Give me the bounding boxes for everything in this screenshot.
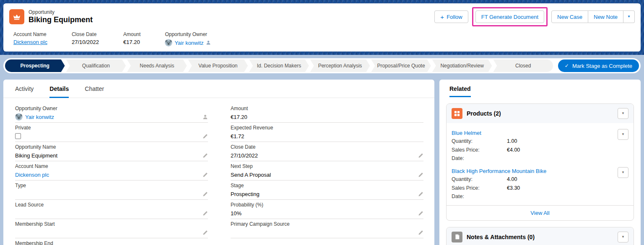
path-stage[interactable]: Prospecting — [5, 59, 65, 72]
path-stage[interactable]: Negotiation/Review — [432, 59, 492, 72]
chevron-down-icon: ▼ — [621, 133, 625, 136]
edit-icon[interactable] — [203, 230, 208, 235]
field-private: Private — [15, 125, 208, 142]
action-button-group: New Case New Note ▼ — [551, 10, 635, 23]
owner-link[interactable]: Yair konwitz — [174, 40, 203, 46]
related-panel: Related Products (2) ▼ Blue Helmet Quant… — [439, 80, 641, 245]
edit-icon[interactable] — [203, 172, 208, 178]
entity-label: Opportunity — [29, 9, 93, 15]
field-lead-source: Lead Source — [15, 202, 208, 219]
field-type: Type — [15, 183, 208, 200]
path-stage[interactable]: Qualification — [66, 59, 126, 72]
product-link[interactable]: Black High Performance Mountain Bike — [452, 168, 546, 174]
field-membership-end: Membership End — [15, 240, 208, 245]
follow-button[interactable]: + Follow — [434, 10, 468, 23]
private-checkbox[interactable] — [15, 133, 21, 139]
header-actions: + Follow FT Generate Document New Case N… — [434, 7, 635, 26]
more-actions-button[interactable]: ▼ — [623, 10, 635, 23]
products-card-title: Products (2) — [467, 110, 501, 117]
edit-icon[interactable] — [418, 230, 423, 235]
path-stage[interactable]: Needs Analysis — [127, 59, 187, 72]
stage-bar: Prospecting Qualification Needs Analysis… — [5, 59, 553, 72]
page-title: Biking Equipment — [29, 15, 93, 24]
change-owner-icon[interactable] — [203, 114, 208, 120]
field-stage: Stage Prospecting — [231, 183, 423, 200]
account-name-link[interactable]: Dickenson plc — [13, 39, 47, 45]
view-all-link[interactable]: View All — [530, 210, 549, 216]
field-primary-campaign-source: Primary Campaign Source — [231, 221, 423, 238]
field-account-name: Account Name Dickenson plc — [15, 163, 208, 181]
summary-field-account-name: Account Name Dickenson plc — [13, 31, 47, 46]
field-amount: Amount €17.20 — [231, 106, 423, 123]
record-tabs: Activity Details Chatter — [3, 80, 434, 98]
field-membership-start: Membership Start — [15, 221, 208, 238]
check-icon: ✓ — [565, 63, 569, 69]
tab-related[interactable]: Related — [449, 85, 471, 97]
notes-card-menu-button[interactable]: ▼ — [618, 232, 628, 242]
field-next-step: Next Step Send A Proposal — [231, 163, 423, 181]
record-detail-card: Activity Details Chatter Opportunity Own… — [3, 80, 434, 245]
new-case-button[interactable]: New Case — [551, 10, 588, 23]
field-opportunity-name: Opportunity Name Biking Equipment — [15, 144, 208, 161]
products-card-menu-button[interactable]: ▼ — [618, 108, 628, 119]
chevron-down-icon: ▼ — [621, 235, 625, 239]
field-expected-revenue: Expected Revenue €1.72 — [231, 125, 423, 142]
edit-icon[interactable] — [418, 172, 423, 178]
path-stage[interactable]: Proposal/Price Quote — [371, 59, 431, 72]
chevron-down-icon: ▼ — [627, 15, 631, 18]
chevron-down-icon: ▼ — [621, 112, 625, 115]
edit-icon[interactable] — [203, 211, 208, 216]
products-icon — [452, 108, 462, 119]
details-left-column: Opportunity Owner Yair konwitz — [15, 106, 208, 245]
edit-icon[interactable] — [418, 153, 423, 158]
path-stage[interactable]: Perception Analysis — [310, 59, 370, 72]
summary-field-opportunity-owner: Opportunity Owner Yair konwitz — [165, 31, 210, 46]
path-stage[interactable]: Id. Decision Makers — [249, 59, 309, 72]
highlights-panel: Account Name Dickenson plc Close Date 27… — [9, 31, 635, 46]
opportunity-header-card: Opportunity Biking Equipment + Follow FT… — [3, 3, 641, 52]
product-list-item: Black High Performance Mountain Bike Qua… — [452, 165, 628, 203]
tab-details[interactable]: Details — [49, 85, 69, 98]
notes-attachments-card: Notes & Attachments (0) ▼ — [446, 227, 634, 245]
edit-icon[interactable] — [418, 191, 423, 197]
summary-field-amount: Amount €17.20 — [123, 31, 140, 46]
notes-card-title: Notes & Attachments (0) — [467, 234, 535, 240]
edit-icon[interactable] — [418, 211, 423, 216]
chevron-down-icon: ▼ — [621, 171, 625, 174]
edit-icon[interactable] — [203, 191, 208, 197]
avatar — [15, 113, 23, 121]
owner-link[interactable]: Yair konwitz — [25, 114, 54, 120]
field-probability: Probability (%) 10% — [231, 202, 423, 219]
sales-path: Prospecting Qualification Needs Analysis… — [3, 58, 641, 73]
opportunity-icon — [9, 9, 24, 24]
products-card: Products (2) ▼ Blue Helmet Quantity:1.00… — [446, 103, 634, 221]
details-right-column: Amount €17.20 Expected Revenue €1.72 Clo… — [231, 106, 423, 245]
account-name-link[interactable]: Dickenson plc — [15, 172, 49, 178]
generate-document-button[interactable]: FT Generate Document — [475, 10, 544, 23]
mark-stage-complete-button[interactable]: ✓ Mark Stage as Complete — [558, 59, 639, 72]
page-header-background: Opportunity Biking Equipment + Follow FT… — [0, 0, 644, 55]
field-opportunity-owner: Opportunity Owner Yair konwitz — [15, 106, 208, 123]
edit-icon[interactable] — [203, 153, 208, 158]
change-owner-icon[interactable] — [206, 40, 211, 45]
annotation-highlight-box: FT Generate Document — [472, 7, 548, 26]
product-item-menu-button[interactable]: ▼ — [618, 167, 628, 178]
tab-chatter[interactable]: Chatter — [85, 85, 104, 98]
product-list-item: Blue Helmet Quantity:1.00 Sales Price:€4… — [452, 126, 628, 165]
tab-activity[interactable]: Activity — [15, 85, 34, 98]
product-item-menu-button[interactable]: ▼ — [618, 129, 628, 140]
avatar — [165, 39, 172, 46]
product-link[interactable]: Blue Helmet — [452, 130, 481, 136]
summary-field-close-date: Close Date 27/10/2022 — [72, 31, 99, 46]
new-note-button[interactable]: New Note — [588, 10, 623, 23]
notes-icon — [452, 232, 462, 242]
field-close-date: Close Date 27/10/2022 — [231, 144, 423, 161]
edit-icon[interactable] — [203, 134, 208, 139]
plus-icon: + — [440, 14, 444, 20]
path-stage[interactable]: Closed — [493, 59, 553, 72]
path-stage[interactable]: Value Proposition — [188, 59, 248, 72]
